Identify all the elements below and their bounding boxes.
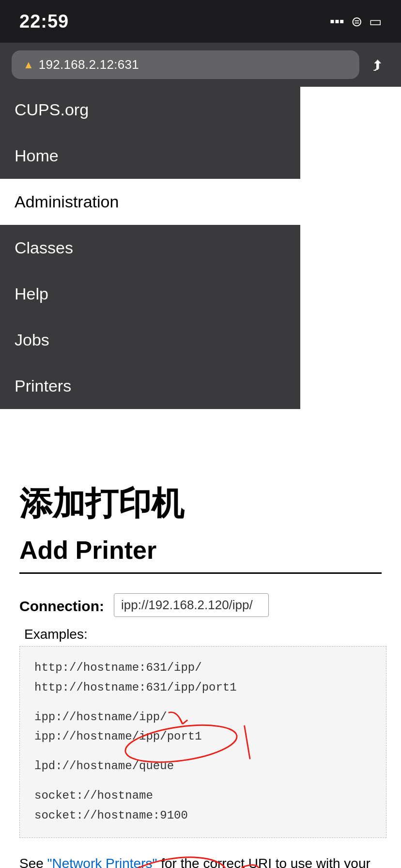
share-button[interactable]: ⮭ (367, 53, 389, 77)
nav-item-printers[interactable]: Printers (0, 363, 300, 409)
connection-input[interactable] (114, 593, 269, 617)
example-group-http: http://hostname:631/ipp/ http://hostname… (34, 658, 371, 698)
examples-label: Examples: (24, 627, 382, 642)
nav-item-help[interactable]: Help (0, 271, 300, 317)
status-time: 22:59 (19, 11, 69, 32)
info-text: See "Network Printers" for the correct U… (19, 853, 382, 868)
connection-label: Connection: (19, 593, 104, 615)
page-title-chinese: 添加打印机 (19, 482, 382, 526)
example-group-ipp: ipp://hostname/ipp/ ipp://hostname/ipp/p… (34, 708, 371, 747)
warning-icon: ▲ (23, 59, 34, 71)
nav-item-classes[interactable]: Classes (0, 225, 300, 271)
nav-item-cups[interactable]: CUPS.org (0, 87, 300, 133)
nav-item-administration[interactable]: Administration (0, 179, 300, 225)
page-title-english: Add Printer (19, 536, 382, 574)
battery-icon: ▭ (369, 14, 382, 30)
examples-box: http://hostname:631/ipp/ http://hostname… (19, 646, 386, 838)
nav-item-jobs[interactable]: Jobs (0, 317, 300, 363)
connection-row: Connection: (19, 593, 382, 617)
nav-menu: CUPS.org Home Administration Classes Hel… (0, 87, 300, 409)
nav-gap (0, 409, 401, 462)
example-group-socket: socket://hostname socket://hostname:9100 (34, 786, 371, 826)
status-icons: ▪▪▪ ⊜ ▭ (330, 14, 382, 30)
nav-item-home[interactable]: Home (0, 133, 300, 179)
address-bar[interactable]: ▲ 192.168.2.12:631 (12, 50, 359, 79)
wifi-icon: ⊜ (351, 14, 362, 30)
address-bar-container: ▲ 192.168.2.12:631 ⮭ (0, 43, 401, 87)
content-wrapper: 添加打印机 Add Printer Connection: Examples: … (0, 462, 401, 868)
status-bar: 22:59 ▪▪▪ ⊜ ▭ (0, 0, 401, 43)
main-content: 添加打印机 Add Printer Connection: Examples: … (0, 462, 401, 868)
signal-icon: ▪▪▪ (330, 14, 344, 29)
example-group-lpd: lpd://hostname/queue (34, 757, 371, 776)
url-text: 192.168.2.12:631 (39, 57, 139, 72)
network-printers-link[interactable]: "Network Printers" (47, 856, 157, 868)
form-section: Connection: Examples: http://hostname:63… (19, 593, 382, 868)
